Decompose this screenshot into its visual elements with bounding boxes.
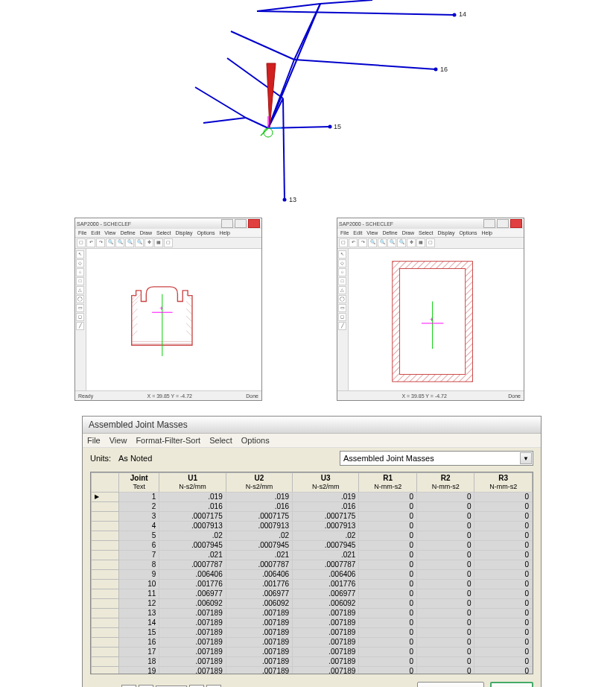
table-row[interactable]: 9.006406.006406.006406000: [92, 569, 533, 579]
cell[interactable]: .007189: [226, 627, 292, 637]
tool-zoom4-icon[interactable]: 🔍: [135, 238, 144, 247]
cell[interactable]: 0: [359, 579, 417, 589]
tool-zoom-icon[interactable]: 🔍: [106, 238, 115, 247]
cell[interactable]: .007189: [293, 608, 359, 618]
cell[interactable]: 0: [416, 531, 474, 540]
cell[interactable]: .006977: [293, 589, 359, 598]
cell[interactable]: .007189: [159, 608, 226, 618]
cell[interactable]: .007189: [159, 618, 226, 627]
shape7-icon[interactable]: ◻: [76, 313, 84, 321]
cell[interactable]: 0: [359, 598, 417, 608]
data-table[interactable]: JointTextU1N-s2/mmU2N-s2/mmU3N-s2/mmR1N-…: [90, 472, 533, 674]
cell[interactable]: .006977: [226, 589, 292, 598]
menu-select-2[interactable]: Select: [419, 230, 433, 235]
row-header[interactable]: [92, 589, 119, 598]
cell[interactable]: .007189: [293, 627, 359, 637]
shape3-icon[interactable]: □: [76, 277, 84, 285]
row-header[interactable]: [92, 666, 119, 674]
shape8-icon-2[interactable]: ╱: [338, 322, 346, 330]
menu-draw[interactable]: Draw: [140, 230, 152, 235]
row-header[interactable]: [92, 608, 119, 618]
cell[interactable]: 0: [474, 627, 533, 637]
cell[interactable]: .016: [159, 501, 226, 511]
cell[interactable]: 0: [359, 550, 417, 560]
table-row[interactable]: 18.007189.007189.007189000: [92, 656, 533, 666]
cell[interactable]: 0: [416, 550, 474, 560]
cell[interactable]: 0: [474, 511, 533, 521]
menu-view[interactable]: View: [104, 230, 115, 235]
cell[interactable]: .001776: [159, 579, 226, 589]
shape6-icon-2[interactable]: ▭: [338, 304, 346, 312]
table-row[interactable]: 4.0007913.0007913.0007913000: [92, 521, 533, 531]
cell[interactable]: 0: [416, 540, 474, 550]
cell[interactable]: 0: [359, 569, 417, 579]
cell[interactable]: .006092: [226, 598, 292, 608]
tool-redo-icon-2[interactable]: ↷: [358, 238, 367, 247]
menu-edit[interactable]: Edit: [91, 230, 100, 235]
cell[interactable]: 16: [119, 637, 159, 647]
shape6-icon[interactable]: ▭: [76, 304, 84, 312]
table-row[interactable]: 8.0007787.0007787.0007787000: [92, 560, 533, 569]
menu-define[interactable]: Define: [120, 230, 135, 235]
cell[interactable]: .007189: [293, 666, 359, 674]
tool-redo-icon[interactable]: ↷: [96, 238, 105, 247]
menubar-1[interactable]: File Edit View Define Draw Select Displa…: [75, 229, 261, 238]
cell[interactable]: 10: [119, 579, 159, 589]
tool-pan-icon[interactable]: ✥: [145, 238, 153, 247]
table-row[interactable]: 12.006092.006092.006092000: [92, 598, 533, 608]
cell[interactable]: .02: [293, 531, 359, 540]
cell[interactable]: 6: [119, 540, 159, 550]
row-header[interactable]: [92, 647, 119, 656]
cell[interactable]: 0: [474, 608, 533, 618]
close-btn[interactable]: [248, 219, 260, 228]
row-header[interactable]: [92, 560, 119, 569]
cell[interactable]: .006092: [293, 598, 359, 608]
row-header[interactable]: [92, 618, 119, 627]
cell[interactable]: .0007945: [293, 540, 359, 550]
cell[interactable]: .021: [293, 550, 359, 560]
cell[interactable]: 0: [416, 656, 474, 666]
menu-draw-2[interactable]: Draw: [402, 230, 414, 235]
menu-view-2[interactable]: View: [366, 230, 378, 235]
shape5-icon[interactable]: ◯: [76, 295, 84, 303]
cell[interactable]: .0007175: [226, 511, 292, 521]
side-toolbar-2[interactable]: ↖ ◇ ○ □ △ ◯ ▭ ◻ ╱: [337, 249, 349, 390]
dlg-menu-view[interactable]: View: [109, 436, 127, 445]
table-row[interactable]: 17.007189.007189.007189000: [92, 647, 533, 656]
col-header[interactable]: JointText: [119, 473, 159, 493]
cell[interactable]: .006977: [159, 589, 226, 598]
cell[interactable]: 19: [119, 666, 159, 674]
dialog-menubar[interactable]: File View Format-Filter-Sort Select Opti…: [83, 434, 541, 448]
row-header[interactable]: [92, 627, 119, 637]
shape4-icon-2[interactable]: △: [338, 286, 346, 294]
cell[interactable]: 18: [119, 656, 159, 666]
dlg-menu-options[interactable]: Options: [241, 436, 270, 445]
add-tables-button[interactable]: Add Tables...: [417, 682, 483, 687]
cell[interactable]: .02: [226, 531, 292, 540]
cell[interactable]: 0: [474, 569, 533, 579]
arrow-icon-2[interactable]: ↖: [338, 250, 346, 259]
tool-3d-icon-2[interactable]: ▦: [416, 238, 425, 247]
dlg-menu-ffs[interactable]: Format-Filter-Sort: [136, 436, 200, 445]
cell[interactable]: 0: [359, 521, 417, 531]
table-row[interactable]: 1.019.019.019000: [92, 492, 533, 501]
cell[interactable]: 0: [474, 598, 533, 608]
cell[interactable]: .007189: [226, 666, 292, 674]
cell[interactable]: .006406: [293, 569, 359, 579]
row-header[interactable]: [92, 511, 119, 521]
cell[interactable]: 0: [416, 511, 474, 521]
arrow-icon[interactable]: ↖: [76, 250, 84, 259]
cell[interactable]: 0: [416, 627, 474, 637]
cell[interactable]: 11: [119, 589, 159, 598]
table-row[interactable]: 2.016.016.016000: [92, 501, 533, 511]
row-header[interactable]: [92, 656, 119, 666]
titlebar-1[interactable]: SAP2000 - SCHECLEF: [75, 218, 261, 229]
dlg-menu-file[interactable]: File: [87, 436, 101, 445]
tool-xy-icon-2[interactable]: ▢: [426, 238, 435, 247]
cell[interactable]: 13: [119, 608, 159, 618]
cell[interactable]: 7: [119, 550, 159, 560]
menu-select[interactable]: Select: [156, 230, 171, 235]
model-3d-view[interactable]: 14 16 15 13: [0, 0, 616, 216]
titlebar-2[interactable]: SAP2000 - SCHECLEF: [337, 218, 524, 229]
menubar-2[interactable]: File Edit View Define Draw Select Displa…: [337, 229, 524, 238]
